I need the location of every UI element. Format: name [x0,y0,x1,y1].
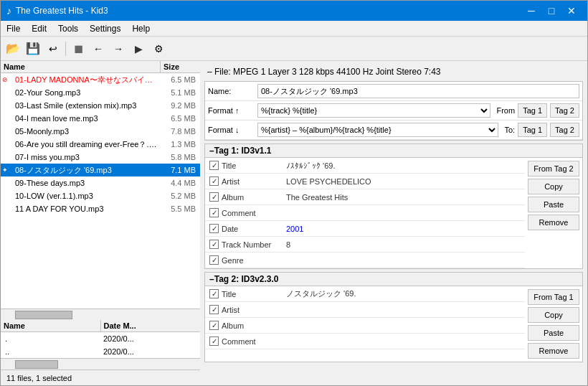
tag1-genre-checkbox[interactable] [209,255,219,265]
tag2-artist-checkbox[interactable] [209,305,219,314]
file-item-size: 5.5 MB [159,204,199,213]
menu-help[interactable]: Help [126,22,156,35]
minimize-button[interactable]: ─ [521,4,541,18]
left-panel: Name Size ⊘ 01-LADY MADONNA〜幸せなスパイダー...m… [1,61,200,385]
tag1-copy-button[interactable]: Copy [528,179,579,194]
menu-tools[interactable]: Tools [52,22,84,35]
format-up-tag1-button[interactable]: Tag 1 [518,103,547,118]
menu-settings[interactable]: Settings [84,22,126,35]
toolbar-forward-button[interactable]: → [109,39,128,58]
tag1-date-checkbox[interactable] [209,224,219,233]
tag1-remove-button[interactable]: Remove [528,215,579,230]
tag1-album-checkbox[interactable] [209,192,219,202]
format-up-select[interactable]: %{track} %{title} [257,103,490,118]
file-item-name: 08-ノスタルジック '69.mp3 [12,165,159,176]
browser-col-date-header[interactable]: Date M... [101,320,201,331]
file-list-h-scrollbar[interactable] [1,309,200,320]
tag1-title-checkbox[interactable] [209,161,219,170]
list-item[interactable]: 07-I miss you.mp3 5.8 MB [1,151,200,164]
file-list-header: Name Size [1,61,200,73]
file-list[interactable]: ⊘ 01-LADY MADONNA〜幸せなスパイダー...mp3 6.5 MB … [1,73,200,309]
list-item[interactable]: 10-LOW (ver.1.1).mp3 5.2 MB [1,189,200,202]
tag2-title-checkbox[interactable] [209,289,219,298]
file-item-size: 4.4 MB [159,179,199,187]
browser-item[interactable]: . 2020/0... [1,332,200,345]
main-window: ♪ The Greatest Hits - Kid3 ─ □ ✕ File Ed… [0,0,588,386]
tag1-title-row: Title ﾉｽﾀﾙｼﾞｯｸ '69. [205,158,525,174]
tag2-album-label: Album [222,321,286,330]
browser-list[interactable]: . 2020/0... .. 2020/0... [1,332,200,358]
file-item-size: 7.8 MB [159,127,199,136]
format-down-select[interactable]: %{artist} – %{album}/%{track} %{title} [257,123,498,137]
browser-item-name: . [2,334,100,343]
tag1-title-label: Title [222,161,286,170]
name-section: Name: Format ↑ %{track} %{title} From Ta… [204,81,583,141]
list-item[interactable]: 09-These days.mp3 4.4 MB [1,176,200,189]
browser-header: Name Date M... [1,320,200,332]
list-item[interactable]: 02-Your Song.mp3 5.1 MB [1,86,200,99]
tag1-artist-label: Artist [222,177,286,186]
list-item[interactable]: 04-I mean love me.mp3 6.5 MB [1,112,200,125]
tag1-artist-value: LOVE PSYCHEDELICO [286,177,521,186]
tag1-header-dash: – [209,146,214,156]
format-down-tag2-button[interactable]: Tag 2 [550,123,579,137]
browser-item-date: 2020/0... [100,347,199,356]
tag2-section: – Tag 2: ID3v2.3.0 Title ノスタルジック '69. [204,272,583,362]
tag1-from-tag2-button[interactable]: From Tag 2 [528,161,579,176]
file-item-name: 11 A DAY FOR YOU.mp3 [12,204,159,213]
status-bar: 11 files, 1 selected [1,369,200,385]
list-item[interactable]: 03-Last Smile (extension mix).mp3 9.2 MB [1,99,200,112]
tag2-copy-button[interactable]: Copy [528,307,579,323]
menu-edit[interactable]: Edit [26,22,52,35]
tag1-comment-label: Comment [222,209,286,217]
toolbar-undo-button[interactable]: ↩ [44,39,62,58]
toolbar-back-button[interactable]: ← [89,39,108,58]
tag2-comment-checkbox[interactable] [209,336,219,346]
list-item[interactable]: 06-Are you still dreaming ever-Free？.mp3… [1,138,200,151]
to-label: To: [504,126,515,134]
menu-bar: File Edit Tools Settings Help [1,21,587,37]
toolbar-settings-button[interactable]: ⚙ [149,39,168,58]
browser-col-name-header[interactable]: Name [1,320,101,331]
toolbar-prev-button[interactable]: ◼ [69,39,87,58]
tag1-track-checkbox[interactable] [209,240,219,249]
toolbar-play-button[interactable]: ▶ [129,39,148,58]
tag1-artist-row: Artist LOVE PSYCHEDELICO [205,174,525,189]
list-item[interactable]: 05-Moonly.mp3 7.8 MB [1,125,200,138]
file-item-name: 09-These days.mp3 [12,179,159,187]
toolbar-save-button[interactable]: 💾 [24,39,42,58]
tag2-header-dash: – [209,274,214,284]
file-col-size-header[interactable]: Size [161,61,200,72]
file-item-size: 5.8 MB [159,153,199,161]
tag1-comment-checkbox[interactable] [209,208,219,217]
tag2-artist-label: Artist [222,306,286,314]
file-item-name: 10-LOW (ver.1.1).mp3 [12,192,159,200]
file-col-name-header[interactable]: Name [1,61,161,72]
format-down-tag1-button[interactable]: Tag 1 [518,123,547,137]
name-input[interactable] [257,84,579,98]
name-row: Name: [205,82,582,101]
format-up-tag2-button[interactable]: Tag 2 [550,103,579,118]
tag1-artist-checkbox[interactable] [209,176,219,186]
tag2-from-tag1-button[interactable]: From Tag 1 [528,289,579,305]
browser-h-scrollbar[interactable] [1,358,200,369]
list-item[interactable]: ✦ 08-ノスタルジック '69.mp3 7.1 MB [1,164,200,176]
browser-item[interactable]: .. 2020/0... [1,345,200,358]
list-item[interactable]: ⊘ 01-LADY MADONNA〜幸せなスパイダー...mp3 6.5 MB [1,73,200,86]
tag2-title-value: ノスタルジック '69. [286,288,521,299]
list-item[interactable]: 11 A DAY FOR YOU.mp3 5.5 MB [1,202,200,215]
tag2-album-checkbox[interactable] [209,321,219,330]
file-item-name: 02-Your Song.mp3 [12,88,159,97]
from-label: From [496,106,515,115]
file-item-name: 06-Are you still dreaming ever-Free？.mp3 [12,139,159,150]
tag1-album-row: Album The Greatest Hits [205,189,525,205]
menu-file[interactable]: File [1,22,26,35]
tag2-remove-button[interactable]: Remove [528,343,579,359]
close-button[interactable]: ✕ [561,4,582,18]
toolbar-open-button[interactable]: 📂 [4,39,22,58]
maximize-button[interactable]: □ [541,4,561,18]
tag2-buttons: From Tag 1 Copy Paste Remove [525,286,582,362]
tag1-paste-button[interactable]: Paste [528,197,579,212]
browser-item-date: 2020/0... [100,334,199,343]
tag2-paste-button[interactable]: Paste [528,325,579,341]
